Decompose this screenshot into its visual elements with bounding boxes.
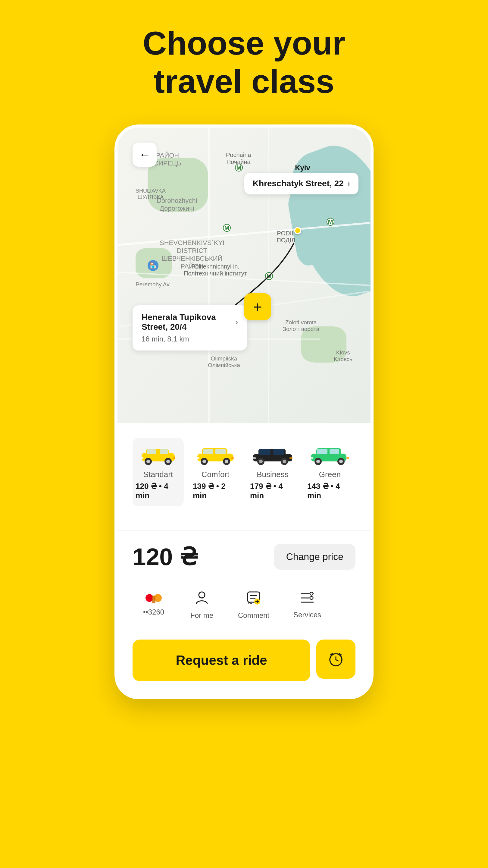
destination-popup[interactable]: Khreschatyk Street, 22 › (244, 173, 358, 194)
options-row: ••3260 For me (133, 586, 355, 624)
svg-rect-19 (231, 457, 234, 459)
bottom-area: 120 ₴ Change price ••3260 (118, 530, 370, 696)
origin-address: Henerala Tupikova Street, 20/4 (141, 313, 235, 332)
svg-rect-32 (317, 449, 327, 454)
standart-car-name: Standart (143, 470, 173, 479)
svg-rect-12 (203, 449, 213, 454)
comfort-car-name: Comfort (201, 470, 229, 479)
svg-point-5 (147, 460, 150, 463)
for-me-label: For me (190, 611, 213, 620)
svg-rect-39 (347, 457, 349, 459)
svg-rect-2 (147, 450, 156, 454)
phone-frame: РАЙОНСИРЕЦЬ DorohozhychiДорогожичі SHEVC… (115, 124, 373, 699)
svg-point-37 (339, 460, 343, 463)
svg-rect-33 (330, 449, 339, 454)
svg-rect-23 (273, 450, 284, 455)
comment-icon (247, 591, 261, 608)
alarm-clock-icon (327, 651, 344, 668)
request-row: Request a ride (133, 640, 355, 681)
svg-point-53 (310, 596, 313, 599)
green-car-price: 143 ₴ • 4 min (307, 482, 352, 500)
request-ride-button[interactable]: Request a ride (133, 640, 310, 681)
card-number-label: ••3260 (143, 608, 164, 616)
standart-car-icon (135, 444, 181, 465)
svg-rect-3 (160, 450, 168, 454)
svg-point-52 (310, 592, 313, 595)
chevron-right-icon-2: › (235, 318, 238, 327)
green-car-name: Green (319, 470, 341, 479)
price-display: 120 ₴ (133, 543, 198, 571)
comfort-car-price: 139 ₴ • 2 min (193, 482, 238, 500)
services-label: Services (293, 611, 321, 619)
svg-rect-28 (253, 457, 256, 459)
svg-point-27 (283, 460, 286, 463)
car-option-comfort[interactable]: Comfort 139 ₴ • 2 min (190, 438, 241, 506)
svg-line-56 (336, 660, 338, 661)
car-option-business[interactable]: Business 179 ₴ • 4 min (247, 438, 298, 506)
for-me-option[interactable]: For me (181, 586, 223, 624)
mastercard-icon (145, 594, 162, 605)
svg-point-7 (166, 460, 170, 463)
business-car-name: Business (257, 470, 289, 479)
svg-point-25 (259, 460, 263, 463)
svg-rect-9 (173, 457, 175, 459)
standart-car-price: 120 ₴ • 4 min (135, 482, 181, 500)
map-area: РАЙОНСИРЕЦЬ DorohozhychiДорогожичі SHEVC… (118, 127, 370, 423)
payment-card-option[interactable]: ••3260 (133, 589, 175, 621)
headline-line1: Choose your (143, 24, 345, 62)
car-option-standart[interactable]: Standart 120 ₴ • 4 min (133, 438, 184, 506)
change-price-button[interactable]: Change price (274, 544, 355, 569)
comment-label: Comment (238, 611, 269, 620)
destination-address: Khreschatyk Street, 22 (253, 179, 344, 188)
add-stop-button[interactable]: + (244, 293, 271, 320)
schedule-ride-button[interactable] (316, 640, 355, 679)
chevron-right-icon: › (347, 179, 350, 188)
services-icon (300, 591, 315, 608)
business-car-icon (250, 444, 295, 465)
cars-row: Standart 120 ₴ • 4 min (133, 438, 355, 506)
svg-point-15 (202, 460, 206, 463)
business-car-price: 179 ₴ • 4 min (250, 482, 295, 500)
svg-rect-8 (141, 457, 143, 459)
svg-point-17 (225, 460, 228, 463)
headline-line2: travel class (143, 62, 345, 101)
svg-rect-38 (311, 457, 313, 459)
green-car-icon (307, 444, 352, 465)
svg-rect-29 (290, 457, 293, 459)
price-row: 120 ₴ Change price (133, 543, 355, 571)
origin-popup[interactable]: Henerala Tupikova Street, 20/4 › 16 min,… (133, 305, 247, 350)
svg-point-40 (199, 592, 205, 598)
back-button[interactable]: ← (133, 143, 157, 167)
svg-rect-18 (197, 457, 199, 459)
headline: Choose your travel class (143, 24, 345, 100)
person-icon (195, 591, 208, 608)
svg-rect-22 (259, 450, 270, 455)
car-selection-section: Standart 120 ₴ • 4 min (118, 423, 370, 530)
svg-rect-13 (216, 449, 226, 454)
comfort-car-icon (193, 444, 238, 465)
services-option[interactable]: Services (284, 587, 330, 624)
comment-option[interactable]: Comment (229, 586, 278, 624)
svg-point-35 (316, 460, 320, 463)
route-info: 16 min, 8.1 km (141, 335, 238, 343)
car-option-green[interactable]: Green 143 ₴ • 4 min (304, 438, 355, 506)
